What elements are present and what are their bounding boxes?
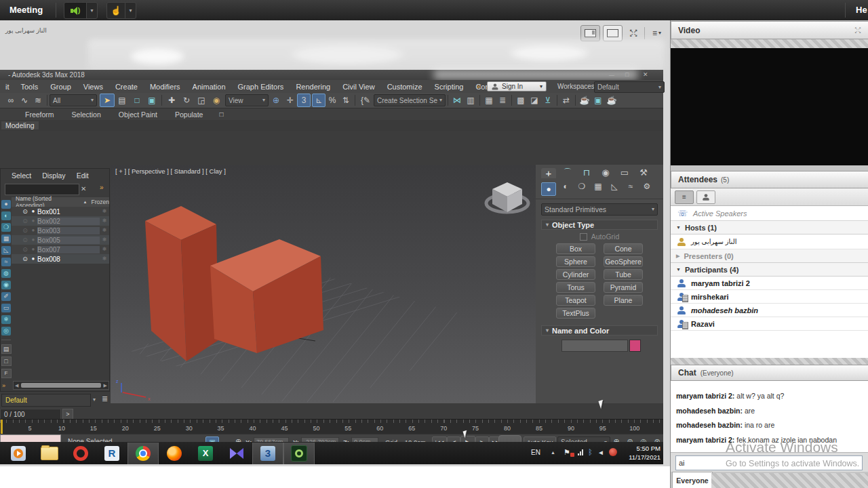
object-name[interactable]: Box007 [37, 246, 100, 253]
snap-toggle-icon[interactable]: ✛ [283, 96, 297, 104]
active-speakers-row[interactable]: ☏ Active Speakers [671, 206, 868, 221]
filter-icon[interactable]: ≈ [1, 258, 11, 266]
explorer-header-row[interactable]: Name (Sorted Ascending) ▲ Frozen [12, 197, 109, 207]
menu-civil-view[interactable]: Civil View [336, 83, 380, 91]
visibility-eye-icon[interactable]: ⊙ [21, 209, 29, 215]
attendee-row[interactable]: Razavi [671, 317, 868, 331]
torus-button[interactable]: Torus [556, 282, 595, 293]
state-sets-icon[interactable]: ⇄ [559, 96, 573, 104]
object-color-swatch[interactable] [629, 340, 641, 352]
attendee-row[interactable]: mohadeseh bazbin [671, 304, 868, 317]
timeline-ruler[interactable]: 510 1520 2530 3540 4550 5560 6570 7580 8… [0, 419, 663, 434]
filter-icon[interactable]: ◎ [1, 327, 11, 336]
viewport-label[interactable]: [ + ] [ Perspective ] [ Standard ] [ Cla… [115, 167, 226, 175]
hosts-group-header[interactable]: ▼ Hosts (1) [671, 221, 868, 235]
frozen-column-header[interactable]: Frozen [92, 199, 109, 205]
taskbar-opera[interactable] [65, 443, 96, 464]
cylinder-button[interactable]: Cylinder [556, 269, 595, 280]
menu-modifiers[interactable]: Modifiers [144, 83, 186, 91]
select-and-scale-icon[interactable]: ◲ [194, 96, 209, 104]
frozen-icon[interactable]: ❄ [100, 247, 109, 252]
name-color-rollout[interactable]: ▾ Name and Color [541, 325, 658, 336]
attendee-row[interactable]: mirshekari [671, 290, 868, 304]
filter-icon[interactable]: ❍ [1, 223, 11, 232]
category-spacewarps-icon[interactable]: ≈ [624, 182, 637, 196]
attendee-row-host[interactable]: الناز سهرابی پور [671, 235, 868, 249]
minimize-button[interactable]: — [609, 72, 614, 78]
menu-overflow-chevron[interactable]: » [477, 82, 481, 90]
taskbar-revit[interactable]: R [96, 443, 127, 464]
video-pod-body[interactable] [671, 48, 868, 165]
table-row[interactable]: ⊙ ● Box005 ❄ [12, 235, 109, 245]
tray-expand-icon[interactable]: ▲ [551, 450, 555, 455]
schematic-view-icon[interactable]: ◪ [528, 96, 541, 104]
scrollbar-thumb[interactable] [21, 383, 100, 388]
language-indicator[interactable]: EN [531, 449, 540, 456]
visibility-eye-icon[interactable]: ⊙ [21, 218, 29, 224]
menu-views[interactable]: Views [77, 83, 109, 91]
tab-modify[interactable]: ⌒ [560, 168, 575, 178]
object-name[interactable]: Box002 [37, 218, 100, 225]
filter-icon[interactable]: ▦ [1, 235, 11, 243]
object-type-rollout[interactable]: ▾ Object Type [541, 220, 658, 230]
menu-edit[interactable]: it [0, 83, 15, 91]
frozen-icon[interactable]: ❄ [100, 228, 109, 233]
bluetooth-icon[interactable]: ᛒ [588, 448, 593, 456]
explorer-h-scrollbar[interactable]: ◀ ▶ [13, 381, 109, 390]
percent-snap-icon[interactable]: % [326, 96, 339, 104]
frozen-icon[interactable]: ❄ [100, 218, 109, 224]
taskbar-media-player[interactable] [3, 443, 34, 464]
teapot-button[interactable]: Teapot [556, 295, 595, 306]
pod-maximize-icon[interactable]: ↖↗ ↙↘ [854, 27, 861, 34]
menu-graph-editors[interactable]: Graph Editors [232, 83, 290, 91]
explorer-overflow-chevron[interactable]: » [100, 184, 104, 191]
chat-input[interactable] [675, 455, 863, 470]
video-pod-header[interactable]: Video ↖↗ ↙↘ [671, 21, 868, 39]
cone-button[interactable]: Cone [604, 243, 643, 254]
textplus-button[interactable]: TextPlus [556, 308, 595, 319]
geosphere-button[interactable]: GeoSphere [604, 256, 643, 267]
action-center-flag-icon[interactable]: ⚑ [564, 448, 570, 457]
selection-filter-dropdown[interactable]: All ▾ [50, 94, 97, 106]
taskbar-excel[interactable]: X [190, 443, 221, 464]
taskbar-3dsmax[interactable]: 3 [252, 443, 283, 464]
ribbon-tab-selection[interactable]: Selection [72, 110, 101, 119]
taskbar-firefox[interactable] [159, 443, 190, 464]
sphere-button[interactable]: Sphere [556, 256, 595, 267]
visibility-eye-icon[interactable]: ⊙ [21, 228, 29, 234]
workspace-dropdown[interactable]: Default ▾ [594, 81, 665, 93]
crossing-selection-icon[interactable]: ▣ [144, 96, 159, 104]
table-row[interactable]: ⊙ ● Box007 ❄ [12, 245, 109, 254]
sign-in-button[interactable]: Sign In ▾ [487, 81, 547, 92]
category-systems-icon[interactable]: ⚙ [640, 182, 654, 196]
clock[interactable]: 5:50 PM 11/17/2021 [621, 444, 660, 462]
spinner-snap-icon[interactable]: ⇅ [339, 96, 353, 104]
layer-explorer-icon[interactable]: ▦ [482, 96, 496, 104]
tab-utilities[interactable]: ⚒ [636, 168, 651, 178]
explorer-menu-select[interactable]: Select [12, 171, 31, 180]
object-name[interactable]: Box003 [37, 227, 100, 235]
category-lights-icon[interactable]: ❍ [575, 182, 589, 196]
align-icon[interactable]: ▥ [464, 96, 477, 104]
named-selection-dropdown[interactable]: Create Selection Se ▾ [374, 94, 446, 106]
select-object-icon[interactable]: ➤ [100, 94, 115, 107]
category-geometry-icon[interactable]: ● [541, 182, 556, 196]
menu-create[interactable]: Create [109, 83, 144, 91]
select-and-move-icon[interactable]: ✚ [164, 96, 179, 104]
attendee-card-view-button[interactable] [696, 190, 715, 204]
object-name[interactable]: Box008 [37, 256, 100, 263]
taskbar-adobe-connect[interactable] [283, 443, 315, 464]
filter-icon[interactable]: ◉ [1, 281, 11, 289]
frozen-icon[interactable]: ❄ [100, 209, 109, 214]
angle-snap-icon[interactable]: ⊾ [312, 94, 326, 107]
plane-button[interactable]: Plane [604, 295, 643, 306]
network-signal-icon[interactable] [578, 449, 583, 455]
help-menu[interactable]: He [856, 5, 867, 15]
chat-message-list[interactable]: maryam tabrizi 2: alt w? ya alt q? mohad… [671, 381, 868, 453]
menu-tools[interactable]: Tools [15, 83, 45, 91]
box-button[interactable]: Box [556, 243, 595, 254]
volume-icon[interactable]: ◄ [597, 449, 604, 456]
maximize-button[interactable]: □ [625, 71, 629, 78]
tab-motion[interactable]: ◉ [598, 168, 613, 178]
rectangular-selection-icon[interactable]: □ [130, 96, 144, 104]
